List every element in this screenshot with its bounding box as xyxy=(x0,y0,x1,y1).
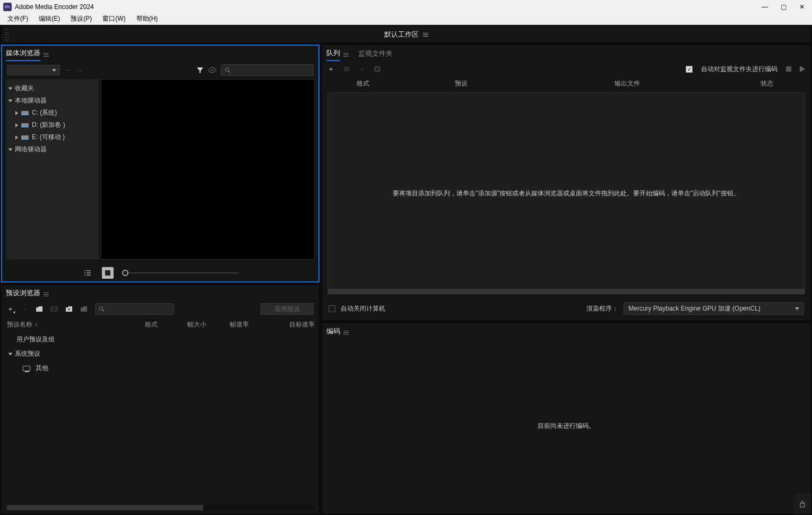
queue-drop-area[interactable]: 要将项目添加到队列，请单击"添加源"按钮或者从媒体浏览器或桌面将文件拖到此处。要… xyxy=(327,92,805,295)
lock-button[interactable] xyxy=(794,494,811,514)
filter-icon[interactable] xyxy=(196,66,204,74)
minimize-button[interactable]: — xyxy=(762,3,768,11)
remove-preset-button[interactable]: － xyxy=(21,304,28,314)
tab-queue[interactable]: 队列 xyxy=(326,47,340,61)
folder-tree[interactable]: 收藏夹 本地驱动器 C: (系统) D: (新加卷 ) E: (可移动 ) 网络… xyxy=(6,79,99,260)
queue-panel: 队列 监视文件夹 ＋ － ✓ 自动对监视文件夹进行编码 xyxy=(322,45,811,321)
panel-menu-icon[interactable] xyxy=(44,53,49,57)
caret-icon xyxy=(8,353,13,355)
preset-item-other[interactable]: 其他 xyxy=(7,361,314,375)
panel-menu-icon[interactable] xyxy=(343,331,349,334)
search-field[interactable] xyxy=(232,67,310,73)
col-target-rate[interactable]: 目标速率 xyxy=(272,320,315,329)
apply-preset-button[interactable]: 应用预设 xyxy=(261,303,314,315)
tree-network-drives[interactable]: 网络驱动器 xyxy=(8,143,97,156)
svg-line-2 xyxy=(228,71,230,73)
slider-thumb[interactable] xyxy=(122,270,128,276)
col-format[interactable]: 格式 xyxy=(145,320,182,329)
col-preset: 预设 xyxy=(398,79,525,88)
caret-icon xyxy=(15,111,18,115)
horizontal-scrollbar[interactable] xyxy=(7,505,314,510)
media-content-area[interactable] xyxy=(101,79,315,260)
app-icon: Me xyxy=(3,3,12,11)
add-preset-button[interactable]: ＋▾ xyxy=(7,304,14,314)
preset-settings-button[interactable] xyxy=(50,306,58,312)
col-frame-rate[interactable]: 帧速率 xyxy=(230,320,267,329)
list-view-button[interactable] xyxy=(82,267,93,279)
export-preset-button[interactable] xyxy=(80,306,88,312)
panel-menu-icon[interactable] xyxy=(343,53,349,57)
app-title: Adobe Media Encoder 2024 xyxy=(15,3,94,11)
tree-favorites[interactable]: 收藏夹 xyxy=(8,82,97,95)
add-source-button[interactable]: ＋ xyxy=(327,64,334,74)
col-format: 格式 xyxy=(329,79,398,88)
preset-group-user[interactable]: 用户预设及组 xyxy=(7,332,314,347)
nav-back-button[interactable]: ← xyxy=(64,66,72,74)
caret-icon xyxy=(8,87,13,90)
menubar: 文件(F) 编辑(E) 预设(P) 窗口(W) 帮助(H) xyxy=(0,13,812,25)
new-folder-button[interactable] xyxy=(36,306,43,312)
nav-forward-button[interactable]: → xyxy=(76,66,83,74)
sort-arrow-icon: ↑ xyxy=(34,321,38,329)
scrollbar-thumb[interactable] xyxy=(328,289,805,294)
thumbnail-size-slider[interactable] xyxy=(122,272,239,273)
caret-icon xyxy=(8,99,13,102)
svg-rect-17 xyxy=(376,66,380,71)
media-browser-panel: 媒体浏览器 ← → xyxy=(1,45,319,282)
menu-preset[interactable]: 预设(P) xyxy=(65,13,97,24)
menu-help[interactable]: 帮助(H) xyxy=(131,13,163,24)
thumbnail-view-button[interactable] xyxy=(102,267,114,279)
start-queue-button[interactable] xyxy=(800,66,805,72)
auto-shutdown-checkbox[interactable] xyxy=(329,305,335,312)
maximize-button[interactable]: ▢ xyxy=(781,3,787,11)
preset-columns-header: 预设名称 ↑ 格式 帧大小 帧速率 目标速率 xyxy=(2,318,319,331)
queue-empty-text: 要将项目添加到队列，请单击"添加源"按钮或者从媒体浏览器或桌面将文件拖到此处。要… xyxy=(393,188,739,200)
tree-local-drives[interactable]: 本地驱动器 xyxy=(8,95,97,107)
chevron-down-icon xyxy=(52,69,56,72)
preset-search-input[interactable] xyxy=(95,303,174,315)
tab-media-browser[interactable]: 媒体浏览器 xyxy=(6,47,40,61)
drive-icon xyxy=(21,123,29,127)
preview-toggle-icon[interactable] xyxy=(208,67,217,73)
import-preset-button[interactable] xyxy=(65,306,73,312)
preset-group-system[interactable]: 系统预设 xyxy=(7,347,314,361)
preset-search-field[interactable] xyxy=(107,306,170,312)
horizontal-scrollbar[interactable] xyxy=(328,289,805,294)
close-button[interactable]: ✕ xyxy=(799,3,805,11)
tree-drive-c[interactable]: C: (系统) xyxy=(8,107,97,119)
duplicate-button[interactable] xyxy=(374,66,382,72)
renderer-select[interactable]: Mercury Playback Engine GPU 加速 (OpenCL) xyxy=(624,302,804,315)
tab-preset-browser[interactable]: 预设浏览器 xyxy=(6,287,40,300)
search-input[interactable] xyxy=(221,64,314,76)
tab-encoding[interactable]: 编码 xyxy=(326,325,340,338)
preset-browser-panel: 预设浏览器 ＋▾ － 应用预设 xyxy=(1,285,319,514)
tree-drive-e[interactable]: E: (可移动 ) xyxy=(8,131,97,143)
menu-window[interactable]: 窗口(W) xyxy=(97,13,131,24)
path-dropdown[interactable] xyxy=(7,65,60,75)
caret-icon xyxy=(15,135,18,140)
menu-edit[interactable]: 编辑(E) xyxy=(33,13,65,24)
tree-drive-d[interactable]: D: (新加卷 ) xyxy=(8,119,97,131)
drag-grip-icon[interactable] xyxy=(5,29,9,41)
svg-rect-9 xyxy=(105,270,110,276)
tab-watch-folders[interactable]: 监视文件夹 xyxy=(358,48,393,61)
chevron-down-icon xyxy=(795,307,799,310)
stop-queue-button[interactable] xyxy=(786,66,791,72)
auto-encode-checkbox[interactable]: ✓ xyxy=(686,66,693,73)
remove-source-button[interactable]: － xyxy=(359,64,366,74)
col-frame-size[interactable]: 帧大小 xyxy=(187,320,224,329)
svg-line-13 xyxy=(102,310,104,312)
workspace-label[interactable]: 默认工作区 xyxy=(384,30,419,39)
menu-file[interactable]: 文件(F) xyxy=(2,13,33,24)
preset-list[interactable]: 用户预设及组 系统预设 其他 xyxy=(2,331,319,504)
drive-icon xyxy=(21,111,29,115)
workspace-menu-icon[interactable] xyxy=(423,33,428,37)
titlebar: Me Adobe Media Encoder 2024 — ▢ ✕ xyxy=(0,0,812,13)
col-preset-name[interactable]: 预设名称 xyxy=(7,320,32,329)
queue-settings-button[interactable] xyxy=(343,66,350,72)
col-output: 输出文件 xyxy=(525,79,730,88)
scrollbar-thumb[interactable] xyxy=(7,505,203,510)
encoding-panel: 编码 目前尚未进行编码。 xyxy=(322,323,811,514)
queue-columns-header: 格式 预设 输出文件 状态 xyxy=(322,77,810,90)
panel-menu-icon[interactable] xyxy=(44,293,49,296)
